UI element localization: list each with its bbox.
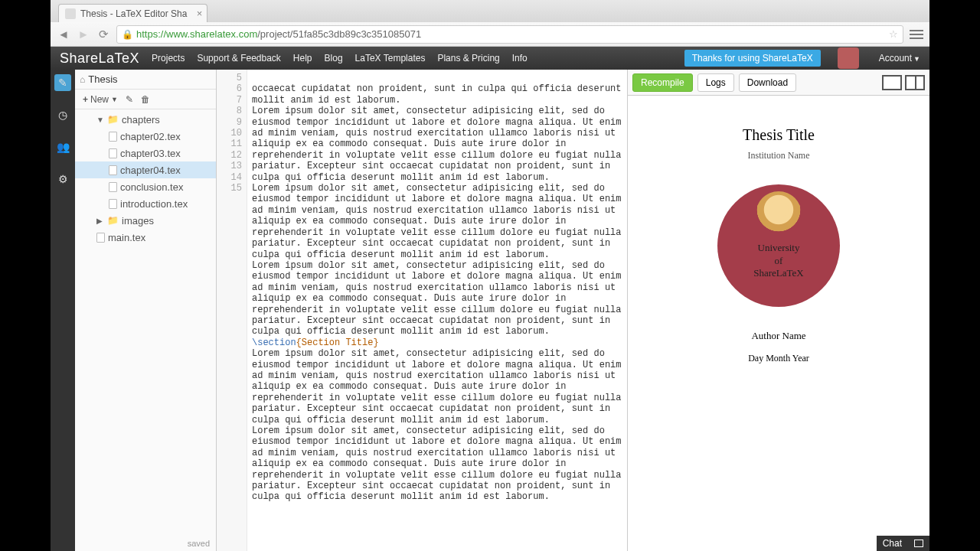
close-icon[interactable]: × xyxy=(197,8,203,19)
file-tree: ▼ 📁 chapters chapter02.tex chapter03.tex… xyxy=(75,109,216,247)
expand-icon xyxy=(914,540,923,547)
lock-icon: 🔒 xyxy=(122,29,133,40)
project-row[interactable]: ⌂ Thesis xyxy=(75,70,216,90)
browser-address-bar: ◄ ► ⟳ 🔒 https://www.sharelatex.com/proje… xyxy=(51,22,929,47)
home-icon: ⌂ xyxy=(80,74,85,85)
pdf-preview[interactable]: Thesis Title Institution Name University… xyxy=(628,96,929,551)
layout-split-button[interactable] xyxy=(905,75,925,90)
file-icon xyxy=(109,199,117,209)
nav-blog[interactable]: Blog xyxy=(325,53,343,64)
main: ✎ ◷ 👥 ⚙ ⌂ Thesis + New ▼ ✎ 🗑 ▼ 📁 chapter… xyxy=(51,70,929,551)
history-panel-button[interactable]: ◷ xyxy=(54,106,71,123)
chat-toggle[interactable]: Chat xyxy=(877,536,929,551)
pdf-title: Thesis Title xyxy=(671,126,886,144)
pdf-toolbar: Recompile Logs Download xyxy=(628,70,929,96)
url-input[interactable]: 🔒 https://www.sharelatex.com/project/51f… xyxy=(116,25,903,44)
reload-button[interactable]: ⟳ xyxy=(96,28,110,41)
pdf-page: Thesis Title Institution Name University… xyxy=(671,126,886,551)
logo[interactable]: ShareLaTeX xyxy=(60,51,139,67)
file-icon xyxy=(109,132,117,142)
folder-icon: 📁 xyxy=(107,114,119,125)
layout-single-button[interactable] xyxy=(882,75,902,90)
chevron-right-icon: ▶ xyxy=(96,217,104,225)
file-icon xyxy=(109,182,117,192)
nav-pricing[interactable]: Plans & Pricing xyxy=(437,53,499,64)
nav-templates[interactable]: LaTeX Templates xyxy=(355,53,426,64)
app-header: ShareLaTeX Projects Support & Feedback H… xyxy=(51,47,929,70)
folder-icon: 📁 xyxy=(107,215,119,226)
delete-button[interactable]: 🗑 xyxy=(141,94,150,105)
activity-bar: ✎ ◷ 👥 ⚙ xyxy=(51,70,75,551)
download-button[interactable]: Download xyxy=(739,73,796,92)
line-gutter: 56789101112131415 xyxy=(217,70,247,551)
pdf-institution: Institution Name xyxy=(671,150,886,161)
folder-label: images xyxy=(122,215,154,227)
browser-menu-button[interactable] xyxy=(910,30,923,39)
nav-projects[interactable]: Projects xyxy=(152,53,185,64)
file-chapter03[interactable]: chapter03.tex xyxy=(75,145,216,161)
nav-support[interactable]: Support & Feedback xyxy=(197,53,280,64)
logs-button[interactable]: Logs xyxy=(697,73,734,92)
browser-tab-strip: Thesis - LaTeX Editor Sha × xyxy=(51,0,929,22)
file-toolbar: + New ▼ ✎ 🗑 xyxy=(75,90,216,109)
pdf-panel: Recompile Logs Download Thesis Title Ins… xyxy=(627,70,929,551)
edit-panel-button[interactable]: ✎ xyxy=(54,74,71,91)
recompile-button[interactable]: Recompile xyxy=(632,73,693,92)
folder-chapters[interactable]: ▼ 📁 chapters xyxy=(75,111,216,128)
code-content[interactable]: occaecat cupidatat non proident, sunt in… xyxy=(247,70,627,551)
file-introduction[interactable]: introduction.tex xyxy=(75,195,216,212)
url-host: https://www.sharelatex.com xyxy=(136,28,257,40)
back-button[interactable]: ◄ xyxy=(57,28,70,41)
file-icon xyxy=(109,148,117,158)
folder-label: chapters xyxy=(122,114,160,126)
code-editor[interactable]: 56789101112131415 occaecat cupidatat non… xyxy=(217,70,627,551)
avatar[interactable] xyxy=(838,47,859,69)
pdf-university-text: UniversityofShareLaTeX xyxy=(753,242,804,281)
tab-title: Thesis - LaTeX Editor Sha xyxy=(80,8,187,19)
chat-label: Chat xyxy=(883,538,902,549)
file-conclusion[interactable]: conclusion.tex xyxy=(75,178,216,195)
forward-button[interactable]: ► xyxy=(77,28,90,41)
rename-button[interactable]: ✎ xyxy=(126,94,133,105)
nav-info[interactable]: Info xyxy=(512,53,528,64)
settings-panel-button[interactable]: ⚙ xyxy=(54,171,71,187)
url-path: /project/51fa85c3db89c3c351085071 xyxy=(257,28,421,40)
file-panel: ⌂ Thesis + New ▼ ✎ 🗑 ▼ 📁 chapters chapte… xyxy=(75,70,217,551)
file-chapter02[interactable]: chapter02.tex xyxy=(75,128,216,145)
bookmark-icon[interactable]: ☆ xyxy=(889,28,898,40)
new-file-button[interactable]: + New ▼ xyxy=(83,94,118,105)
file-icon xyxy=(96,233,105,243)
file-icon xyxy=(109,165,117,175)
browser-tab[interactable]: Thesis - LaTeX Editor Sha × xyxy=(58,4,207,22)
pdf-logo: UniversityofShareLaTeX xyxy=(717,184,840,307)
account-menu[interactable]: Account▼ xyxy=(879,53,920,64)
chevron-down-icon: ▼ xyxy=(96,116,104,124)
folder-images[interactable]: ▶ 📁 images xyxy=(75,212,216,229)
lion-icon xyxy=(756,191,802,237)
pdf-date: Day Month Year xyxy=(671,353,886,364)
pdf-author: Author Name xyxy=(671,330,886,342)
favicon-icon xyxy=(65,8,76,19)
share-panel-button[interactable]: 👥 xyxy=(54,139,71,155)
project-name: Thesis xyxy=(88,73,117,85)
file-main[interactable]: main.tex xyxy=(75,229,216,246)
saved-status: saved xyxy=(75,536,216,551)
thanks-banner[interactable]: Thanks for using ShareLaTeX xyxy=(684,50,821,67)
file-chapter04[interactable]: chapter04.tex xyxy=(75,161,216,178)
nav-help[interactable]: Help xyxy=(293,53,312,64)
